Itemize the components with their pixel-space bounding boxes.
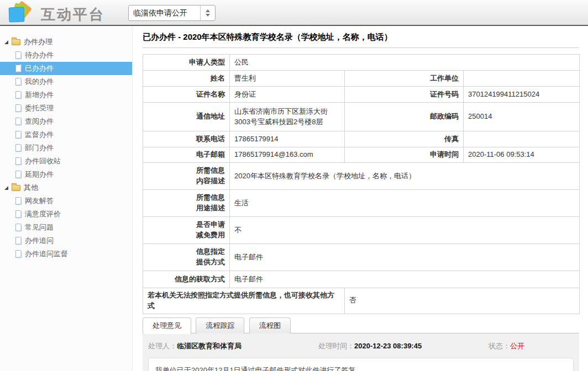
sidebar-item-my-cases[interactable]: 我的办件 [0, 75, 132, 88]
address-value: 山东省济南市历下区新泺大街3003号宝威科技园2号楼8层 [230, 103, 345, 131]
table-row: 姓名 曹生利 工作单位 [143, 71, 580, 87]
table-row: 所需信息 用途描述 生活 [143, 190, 580, 217]
opinion-panel: 处理人：临淄区教育和体育局 处理时间：2020-12-23 08:39:45 状… [143, 333, 579, 371]
arrow-up-icon [206, 9, 210, 12]
tab-flowchart[interactable]: 流程图 [249, 317, 291, 333]
table-row: 信息指定 提供方式 电子邮件 [143, 244, 580, 271]
handler-value: 临淄区教育和体育局 [177, 342, 242, 350]
sidebar-item-netizen-answers[interactable]: 网友解答 [0, 194, 132, 208]
opinion-meta-row: 处理人：临淄区教育和体育局 处理时间：2020-12-23 08:39:45 状… [148, 341, 574, 351]
document-icon [15, 131, 22, 139]
postcode-label: 邮政编码 [345, 103, 464, 131]
top-header: 互动平台 临淄依申请公开 [0, 0, 588, 26]
sidebar-item-review-cases[interactable]: 查阅办件 [0, 115, 132, 128]
document-icon [15, 237, 22, 245]
expand-arrow-icon[interactable] [4, 40, 8, 44]
fax-value [464, 131, 580, 147]
logo-card-blue [9, 7, 25, 23]
sidebar-item-recycle-bin[interactable]: 办件回收站 [0, 155, 132, 168]
table-row: 证件名称 身份证 证件号码 370124199411215024 [143, 87, 580, 103]
table-row: 所需信息 内容描述 2020年本区特殊教育学校名录（学校地址，名称，电话） [143, 163, 580, 190]
applicant-type-value: 公民 [230, 55, 580, 71]
other-method-label: 若本机关无法按照指定方式提供所需信息，也可接收其他方式 [143, 288, 345, 314]
obtain-method-label: 信息的获取方式 [143, 271, 230, 288]
document-icon [15, 65, 22, 72]
reply-text-box: 我单位已于2020年12月1日通过电子邮件形式对此件进行了答复。 [148, 358, 574, 371]
sidebar-item-department-cases[interactable]: 部门办件 [0, 141, 132, 155]
table-row: 是否申请 减免费用 不 [143, 217, 580, 244]
sidebar-item-case-followup[interactable]: 办件追问 [0, 234, 132, 247]
tab-process-tracking[interactable]: 流程跟踪 [196, 317, 244, 333]
sidebar-item-completed-cases[interactable]: 已办办件 [0, 62, 132, 75]
document-icon [15, 104, 22, 112]
sidebar-group-case-handling[interactable]: 办件办理 [0, 35, 132, 49]
detail-tabs: 处理意见 流程跟踪 流程图 [143, 317, 579, 333]
apply-time-value: 2020-11-06 09:53:14 [464, 147, 580, 163]
handler-label: 处理人： [148, 342, 177, 350]
fax-label: 传真 [345, 131, 464, 147]
phone-label: 联系电话 [143, 131, 230, 147]
email-value: 17865179914@163.com [230, 147, 345, 163]
info-usage-value: 生活 [230, 190, 580, 217]
sidebar-tree: 办件办理 待办办件 已办办件 我的办件 新增办件 委托受理 查阅办件 监督办件 … [0, 26, 133, 371]
document-icon [15, 144, 22, 152]
applicant-type-label: 申请人类型 [143, 55, 230, 71]
provide-method-value: 电子邮件 [230, 244, 580, 271]
table-row: 通信地址 山东省济南市历下区新泺大街3003号宝威科技园2号楼8层 邮政编码 2… [143, 103, 580, 131]
table-row: 申请人类型 公民 [143, 55, 580, 71]
other-method-value: 否 [345, 288, 580, 314]
phone-value: 17865179914 [230, 131, 345, 147]
process-time-label: 处理时间： [318, 342, 354, 350]
info-content-value: 2020年本区特殊教育学校名录（学校地址，名称，电话） [230, 163, 580, 190]
folder-icon [12, 185, 20, 191]
document-icon [15, 157, 22, 165]
sidebar-item-supervise-cases[interactable]: 监督办件 [0, 128, 132, 141]
status-badge: 公开 [510, 342, 524, 350]
provide-method-label: 信息指定 提供方式 [143, 244, 230, 271]
application-detail-table: 申请人类型 公民 姓名 曹生利 工作单位 证件名称 身份证 证件号码 37012… [143, 54, 580, 314]
name-label: 姓名 [143, 71, 230, 87]
sidebar-item-delayed-cases[interactable]: 延期办件 [0, 168, 132, 181]
site-select-dropdown[interactable]: 临淄依申请公开 [128, 5, 216, 21]
sidebar-item-entrusted-acceptance[interactable]: 委托受理 [0, 102, 132, 115]
cert-no-value: 370124199411215024 [464, 87, 580, 103]
main-content: 已办办件 - 2020年本区特殊教育学校名录（学校地址，名称，电话） 申请人类型… [143, 26, 579, 371]
document-icon [15, 210, 22, 218]
tab-processing-opinion[interactable]: 处理意见 [143, 317, 191, 334]
address-label: 通信地址 [143, 103, 230, 131]
info-content-label: 所需信息 内容描述 [143, 163, 230, 190]
name-value: 曹生利 [230, 71, 345, 87]
document-icon [15, 197, 22, 205]
cert-name-label: 证件名称 [143, 87, 230, 103]
document-icon [15, 78, 22, 86]
sidebar-item-new-case[interactable]: 新增办件 [0, 88, 132, 102]
work-unit-label: 工作单位 [345, 71, 464, 87]
document-icon [15, 118, 22, 125]
sidebar-group-other[interactable]: 其他 [0, 181, 132, 194]
table-row: 联系电话 17865179914 传真 [143, 131, 580, 147]
process-time-value: 2020-12-23 08:39:45 [354, 342, 422, 350]
status-label: 状态： [489, 342, 510, 350]
sidebar-item-pending-cases[interactable]: 待办办件 [0, 49, 132, 62]
arrow-down-icon [206, 14, 210, 17]
email-label: 电子邮箱 [143, 147, 230, 163]
cert-name-value: 身份证 [230, 87, 345, 103]
document-icon [15, 91, 22, 99]
sidebar-item-faq[interactable]: 常见问题 [0, 221, 132, 234]
fee-waiver-value: 不 [230, 217, 580, 244]
sidebar-item-case-followup-supervision[interactable]: 办件追问监督 [0, 247, 132, 261]
document-icon [15, 171, 22, 178]
document-icon [15, 250, 22, 258]
table-row: 电子邮箱 17865179914@163.com 申请时间 2020-11-06… [143, 147, 580, 163]
expand-arrow-icon[interactable] [4, 186, 8, 190]
page-title: 已办办件 - 2020年本区特殊教育学校名录（学校地址，名称，电话） [143, 31, 579, 43]
site-select-value: 临淄依申请公开 [129, 6, 200, 20]
document-icon [15, 51, 22, 59]
sidebar-item-satisfaction-rating[interactable]: 满意度评价 [0, 208, 132, 221]
app-logo-icon [7, 1, 33, 24]
apply-time-label: 申请时间 [345, 147, 464, 163]
table-row: 若本机关无法按照指定方式提供所需信息，也可接收其他方式 否 [143, 288, 580, 314]
title-divider [143, 47, 579, 48]
work-unit-value [464, 71, 580, 87]
postcode-value: 250014 [464, 103, 580, 131]
